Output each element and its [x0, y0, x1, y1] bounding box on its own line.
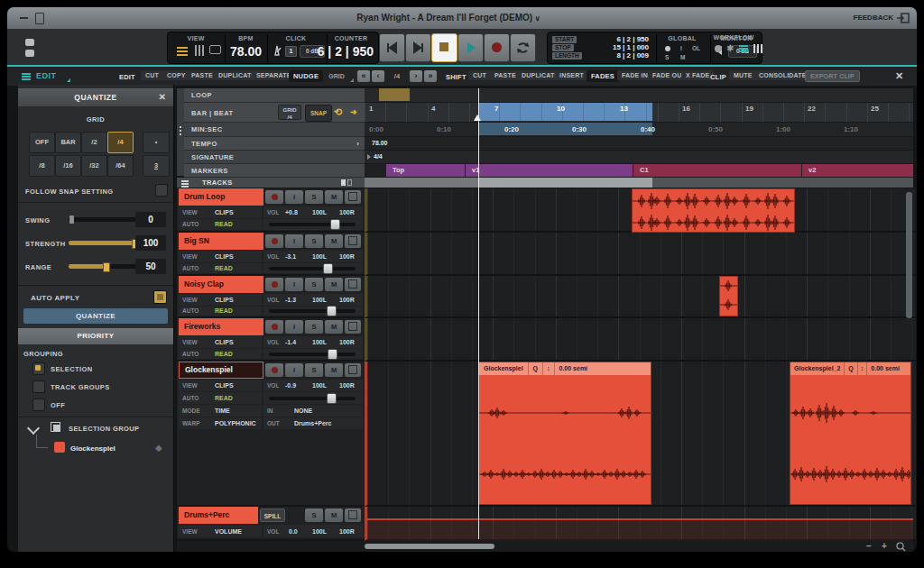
- swing-value[interactable]: 0: [135, 212, 166, 227]
- start-value[interactable]: 6 | 2 | 950: [593, 35, 649, 43]
- view-cell[interactable]: VIEWCLIPS: [179, 206, 262, 218]
- window-handle-dot[interactable]: [25, 50, 34, 57]
- clip-mute-button[interactable]: MUTE: [729, 70, 757, 80]
- stop-value[interactable]: 15 | 1 | 000: [593, 43, 649, 51]
- clip-header[interactable]: Glockenspiel Q ↕ 0.00 semi: [479, 362, 651, 375]
- vertical-scrollbar[interactable]: [906, 192, 912, 318]
- track-name[interactable]: Glockenspiel: [179, 362, 263, 379]
- track-header-fireworks[interactable]: Fireworks I S M VIEWCLIPS VOL-1.4 100L10…: [177, 318, 365, 360]
- zoom-out-button[interactable]: −: [866, 541, 872, 551]
- track-name[interactable]: Big SN: [179, 233, 263, 250]
- swing-slider[interactable]: [69, 217, 139, 222]
- tempo-expand-chevron-icon[interactable]: ›: [356, 140, 359, 148]
- feedback-button[interactable]: FEEDBACK: [854, 14, 893, 22]
- priority-button[interactable]: PRIORITY: [18, 328, 173, 344]
- bar-beat-ruler[interactable]: 1 4 7 10 13 16 19 22 25: [365, 103, 913, 123]
- grid-triplet-button[interactable]: 3: [143, 155, 170, 177]
- volume-fader[interactable]: [269, 309, 356, 313]
- bus-automation-region[interactable]: [367, 518, 913, 541]
- close-toolbar-icon[interactable]: ✕: [895, 70, 903, 82]
- mute-button[interactable]: M: [325, 508, 343, 522]
- input-monitor-button[interactable]: I: [285, 320, 303, 334]
- clip-header[interactable]: Glockenspiel_2 Q ↕ 0.00 semi: [790, 362, 910, 375]
- record-arm-button[interactable]: [265, 234, 283, 248]
- workflow-gear-icon[interactable]: ✱: [726, 43, 734, 53]
- follow-snap-checkbox[interactable]: [155, 184, 168, 197]
- metronome-icon[interactable]: [273, 45, 282, 56]
- range-value[interactable]: 50: [135, 259, 166, 274]
- clip-glockenspiel-2[interactable]: Glockenspiel_2 Q ↕ 0.00 semi: [790, 362, 911, 505]
- auto-cell[interactable]: AUTOREAD: [179, 263, 262, 273]
- x-fade-button[interactable]: X FADE: [681, 70, 714, 80]
- length-value[interactable]: 8 | 2 | 009: [593, 51, 649, 60]
- cut-button[interactable]: CUT: [141, 70, 163, 80]
- view-cell[interactable]: VIEWCLIPS: [179, 380, 262, 391]
- loop-button[interactable]: [510, 33, 536, 62]
- nudge-back-bar-button[interactable]: «: [357, 70, 370, 82]
- input-monitor-button[interactable]: I: [285, 190, 303, 204]
- markers-ruler[interactable]: Top v1 C1 v2: [365, 164, 913, 178]
- track-options-button[interactable]: [345, 190, 361, 204]
- quantize-apply-button[interactable]: QUANTIZE: [23, 308, 168, 324]
- selection-group-label[interactable]: SELECTION GROUP: [69, 425, 140, 433]
- input-cell[interactable]: INNONE: [263, 405, 363, 417]
- global-solo-toggle[interactable]: S: [665, 54, 669, 60]
- spill-button[interactable]: SPILL: [260, 508, 285, 522]
- view-cell[interactable]: VIEWCLIPS: [179, 336, 262, 348]
- grid-bar-button[interactable]: BAR: [55, 132, 81, 153]
- view-monitor-icon[interactable]: [209, 45, 221, 54]
- global-record-icon[interactable]: [665, 46, 670, 51]
- record-arm-button[interactable]: [265, 190, 283, 204]
- input-monitor-button[interactable]: I: [285, 363, 303, 377]
- solo-button[interactable]: S: [305, 320, 323, 334]
- record-arm-button[interactable]: [265, 320, 283, 334]
- group-expand-chevron-icon[interactable]: [27, 422, 40, 435]
- marker-top[interactable]: Top: [386, 164, 465, 177]
- feedback-icon[interactable]: [897, 13, 910, 23]
- marker-v1[interactable]: v1: [466, 164, 633, 177]
- mute-button[interactable]: M: [325, 320, 343, 334]
- grouping-selection-checkbox[interactable]: [32, 362, 45, 375]
- vol-cell[interactable]: VOL-3.1 100L100R: [263, 251, 363, 262]
- window-handle-dot[interactable]: [25, 39, 34, 46]
- mute-button[interactable]: M: [325, 190, 343, 204]
- stop-button[interactable]: [431, 33, 457, 62]
- track-options-button[interactable]: [345, 234, 361, 248]
- grid-dotted-button[interactable]: •: [143, 132, 170, 153]
- zoom-in-button[interactable]: +: [882, 541, 887, 551]
- mute-button[interactable]: M: [325, 234, 343, 248]
- shift-paste-button[interactable]: PASTE: [490, 70, 521, 80]
- consolidate-button[interactable]: CONSOLIDATE: [754, 70, 811, 80]
- record-arm-button[interactable]: [265, 363, 283, 377]
- input-monitor-button[interactable]: I: [285, 234, 303, 248]
- grid-thirtysecond-button[interactable]: /32: [81, 155, 107, 177]
- output-cell[interactable]: OUTDrums+Perc: [263, 417, 363, 429]
- nudge-forward-button[interactable]: ›: [410, 70, 422, 82]
- marker-c1[interactable]: C1: [633, 164, 801, 177]
- view-cell[interactable]: VIEWVOLUME: [179, 525, 262, 537]
- workflow-columns-icon[interactable]: [753, 44, 755, 53]
- solo-button[interactable]: S: [305, 508, 323, 522]
- range-slider[interactable]: [69, 264, 139, 269]
- track-header-drum-loop[interactable]: Drum Loop I S M VIEWCLIPS VOL+0.8 100L10…: [177, 188, 365, 231]
- clip-drum-loop[interactable]: [632, 188, 795, 233]
- view-cell[interactable]: VIEWCLIPS: [179, 294, 262, 306]
- clip-glockenspiel-1[interactable]: Glockenspiel Q ↕ 0.00 semi: [478, 362, 651, 505]
- ruler-grid-dropdown[interactable]: GRID/4: [278, 105, 301, 120]
- track-header-big-sn[interactable]: Big SN I S M VIEWCLIPS VOL-3.1 100L100R …: [177, 233, 365, 274]
- clip-noisy-clap[interactable]: [719, 276, 738, 316]
- vol-cell[interactable]: VOL-0.9 100L100R: [263, 380, 363, 391]
- group-member-label[interactable]: Glockenspiel: [70, 444, 116, 453]
- click-count-box[interactable]: 1: [285, 46, 297, 57]
- vol-cell[interactable]: VOL+0.8 100L100R: [263, 206, 363, 218]
- strength-value[interactable]: 100: [135, 235, 166, 251]
- track-options-button[interactable]: [345, 508, 361, 522]
- title-dropdown-icon[interactable]: ∨: [535, 14, 541, 23]
- play-button[interactable]: [457, 33, 484, 62]
- solo-button[interactable]: S: [305, 278, 323, 291]
- lane-noisy-clap[interactable]: [365, 276, 916, 318]
- track-header-glockenspiel[interactable]: Glockenspiel I S M VIEWCLIPS VOL-0.9 100…: [177, 362, 365, 505]
- shift-cut-button[interactable]: CUT: [468, 70, 491, 80]
- signature-ruler[interactable]: 4/4: [365, 151, 913, 164]
- tempo-ruler[interactable]: 78.00: [365, 137, 913, 151]
